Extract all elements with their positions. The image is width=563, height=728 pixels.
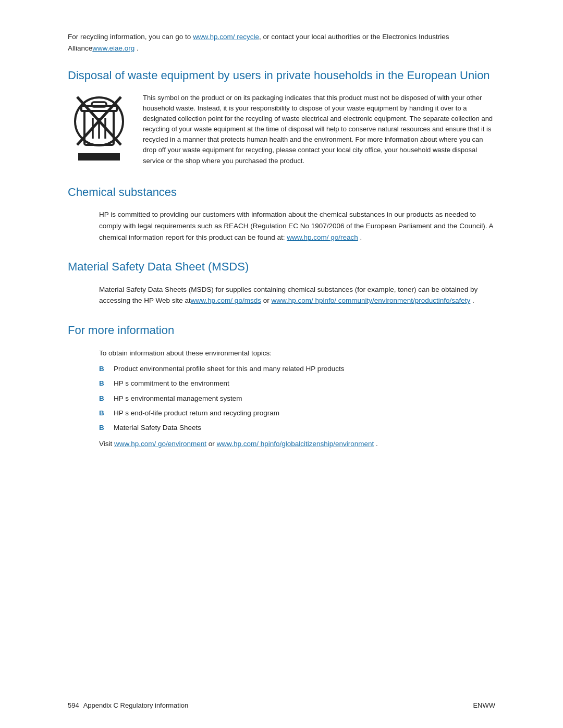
bullet-text-5: Material Safety Data Sheets xyxy=(114,423,201,433)
msds-link1[interactable]: www.hp.com/ go/msds xyxy=(191,297,261,304)
waste-body-text: This symbol on the product or on its pac… xyxy=(143,93,495,166)
weee-icon-area xyxy=(68,93,130,161)
more-info-section: For more information To obtain informati… xyxy=(68,323,495,450)
bullet-letter-4: B xyxy=(99,408,105,418)
bullet-text-2: HP s commitment to the environment xyxy=(114,378,229,389)
waste-equipment-section: Disposal of waste equipment by users in … xyxy=(68,68,495,166)
msds-text-end: . xyxy=(470,297,474,304)
footer-page-number: 594 xyxy=(68,701,79,709)
msds-link2[interactable]: www.hp.com/ hpinfo/ community/environmen… xyxy=(271,297,470,304)
more-info-intro: To obtain information about these enviro… xyxy=(99,348,495,359)
bullet-letter-3: B xyxy=(99,393,105,404)
footer-section-label: Appendix C Regulatory information xyxy=(83,701,189,709)
chemical-text-after: . xyxy=(358,233,362,241)
list-item: B HP s end-of-life product return and re… xyxy=(99,408,495,418)
recycle-link[interactable]: www.hp.com/ recycle xyxy=(193,33,259,41)
bullet-text-4: HP s end-of-life product return and recy… xyxy=(114,408,279,418)
chemical-substances-section: Chemical substances HP is committed to p… xyxy=(68,185,495,243)
visit-or: or xyxy=(206,440,217,448)
reach-link[interactable]: www.hp.com/ go/reach xyxy=(287,233,358,241)
chemical-body: HP is committed to providing our custome… xyxy=(99,209,495,243)
intro-text-end: . xyxy=(134,44,139,52)
bullet-text-1: Product environmental profile sheet for … xyxy=(114,364,345,374)
visit-before: Visit xyxy=(99,440,114,448)
environment-link2[interactable]: www.hp.com/ hpinfo/globalcitizenship/env… xyxy=(217,440,374,448)
list-item: B HP s commitment to the environment xyxy=(99,378,495,389)
page: For recycling information, you can go to… xyxy=(0,0,563,728)
intro-text-before: For recycling information, you can go to xyxy=(68,33,193,41)
waste-icon-bar xyxy=(78,153,120,161)
bullet-letter-1: B xyxy=(99,364,105,374)
bullet-letter-5: B xyxy=(99,423,105,433)
bullet-list: B Product environmental profile sheet fo… xyxy=(99,364,495,433)
visit-end: . xyxy=(374,440,378,448)
more-info-visit: Visit www.hp.com/ go/environment or www.… xyxy=(99,438,495,450)
environment-link1[interactable]: www.hp.com/ go/environment xyxy=(114,440,206,448)
intro-paragraph: For recycling information, you can go to… xyxy=(68,31,495,54)
svg-rect-2 xyxy=(92,102,106,107)
list-item: B Material Safety Data Sheets xyxy=(99,423,495,433)
msds-heading: Material Safety Data Sheet (MSDS) xyxy=(68,260,495,275)
bullet-text-3: HP s environmental management system xyxy=(114,393,242,404)
waste-content: This symbol on the product or on its pac… xyxy=(68,93,495,166)
bullet-letter-2: B xyxy=(99,378,105,389)
msds-text-or: or xyxy=(261,297,272,304)
more-info-heading: For more information xyxy=(68,323,495,338)
list-item: B HP s environmental management system xyxy=(99,393,495,404)
msds-body: Material Safety Data Sheets (MSDS) for s… xyxy=(99,284,495,306)
msds-section: Material Safety Data Sheet (MSDS) Materi… xyxy=(68,260,495,306)
weee-icon xyxy=(73,93,125,150)
eiae-link[interactable]: www.eiae.org xyxy=(92,44,134,52)
footer-left: 594 Appendix C Regulatory information xyxy=(68,701,188,709)
list-item: B Product environmental profile sheet fo… xyxy=(99,364,495,374)
waste-section-heading: Disposal of waste equipment by users in … xyxy=(68,68,495,83)
footer: 594 Appendix C Regulatory information EN… xyxy=(0,701,563,709)
chemical-heading: Chemical substances xyxy=(68,185,495,200)
footer-right-label: ENWW xyxy=(473,701,495,709)
